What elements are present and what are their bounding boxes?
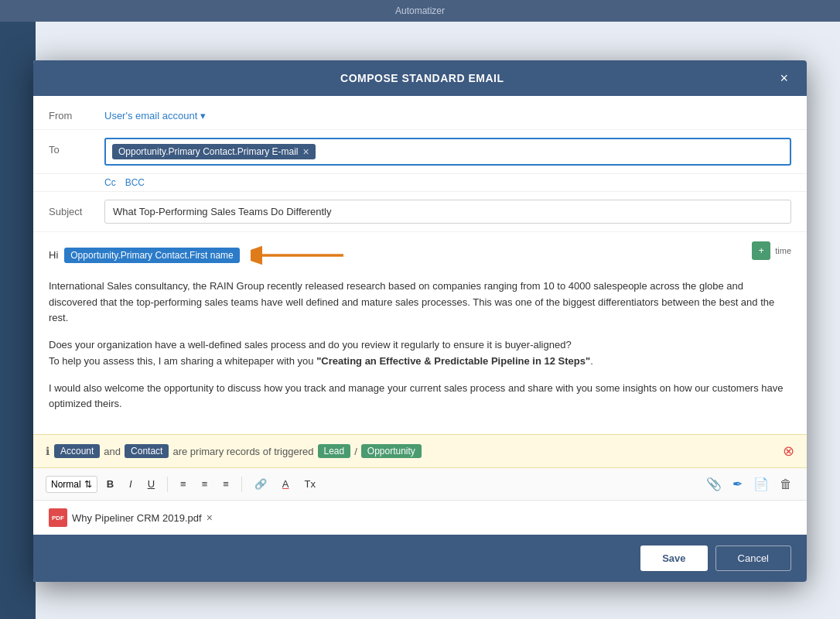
to-tag-close[interactable]: × [303, 146, 309, 157]
to-row: To Opportunity.Primary Contact.Primary E… [33, 130, 807, 174]
font-color-button[interactable]: A [276, 475, 295, 493]
format-label: Normal [51, 479, 81, 490]
badge-contact: Contact [125, 444, 169, 458]
link-button[interactable]: 🔗 [248, 475, 273, 493]
save-button[interactable]: Save [640, 545, 707, 571]
from-chevron-icon: ▾ [200, 110, 206, 121]
italic-button[interactable]: I [123, 475, 138, 493]
from-account-link[interactable]: User's email account ▾ [104, 104, 206, 121]
info-slash: / [354, 446, 357, 457]
modal-title: COMPOSE STANDARD EMAIL [67, 72, 777, 84]
to-label: To [49, 138, 95, 156]
modal-header: COMPOSE STANDARD EMAIL × [33, 60, 807, 96]
modal-body: From User's email account ▾ To Opportuni… [33, 96, 807, 435]
bold-button[interactable]: B [101, 475, 120, 493]
font-color-icon: A [282, 478, 289, 490]
close-circle-icon: ⊗ [783, 443, 794, 460]
signature-button[interactable]: ✒ [730, 474, 745, 494]
delete-button[interactable]: 🗑 [777, 475, 794, 494]
from-label: From [49, 104, 95, 121]
paragraph-3: I would also welcome the opportunity to … [49, 381, 791, 413]
email-body-text: International Sales consultancy, the RAI… [49, 279, 791, 413]
format-chevron-icon: ⇅ [84, 479, 92, 490]
from-account-text: User's email account [104, 110, 197, 121]
subject-label: Subject [49, 200, 95, 217]
trash-icon: 🗑 [780, 477, 792, 491]
paperclip-icon: 📎 [706, 477, 722, 491]
arrow-annotation [251, 243, 351, 268]
info-and: and [104, 446, 121, 457]
subject-row: Subject [33, 192, 807, 232]
align-button[interactable]: ≡ [217, 475, 235, 493]
subject-input[interactable] [104, 200, 791, 224]
attach-button[interactable]: 📎 [704, 474, 724, 494]
from-value: User's email account ▾ [104, 104, 791, 121]
link-icon: 🔗 [254, 478, 267, 490]
hi-variable-tag[interactable]: Opportunity.Primary Contact.First name [64, 248, 240, 263]
info-text: Account and Contact are primary records … [54, 444, 778, 458]
compose-email-modal: COMPOSE STANDARD EMAIL × From User's ema… [33, 60, 807, 583]
clear-format-icon: Tx [305, 478, 316, 490]
attachment-remove-button[interactable]: × [207, 511, 213, 524]
toolbar-right-icons: 📎 ✒ 📄 🗑 [704, 474, 794, 494]
arrow-svg [251, 243, 351, 268]
from-row: From User's email account ▾ [33, 96, 807, 130]
paragraph-2: Does your organization have a well-defin… [49, 337, 791, 370]
info-icon: ℹ [46, 445, 50, 457]
cancel-button[interactable]: Cancel [715, 545, 791, 571]
attachment-filename: Why Pipeliner CRM 2019.pdf [72, 512, 202, 524]
info-are: are primary records of triggered [172, 446, 313, 457]
format-select[interactable]: Normal ⇅ [46, 476, 97, 493]
info-close-button[interactable]: ⊗ [783, 443, 794, 460]
cc-link[interactable]: Cc [104, 177, 116, 188]
to-value: Opportunity.Primary Contact.Primary E-ma… [104, 138, 791, 166]
paragraph-1: International Sales consultancy, the RAI… [49, 279, 791, 327]
ordered-list-button[interactable]: ≡ [174, 475, 193, 493]
underline-button[interactable]: U [142, 475, 161, 493]
template-button[interactable]: 📄 [751, 474, 771, 494]
bcc-link[interactable]: BCC [125, 177, 145, 188]
badge-lead: Lead [318, 444, 351, 458]
hi-text: Hi [49, 249, 58, 261]
pen-icon: ✒ [732, 477, 743, 491]
hi-line: Hi Opportunity.Primary Contact.First nam… [49, 243, 791, 268]
clear-format-button[interactable]: Tx [299, 475, 322, 493]
to-tag: Opportunity.Primary Contact.Primary E-ma… [112, 144, 316, 159]
to-tag-text: Opportunity.Primary Contact.Primary E-ma… [118, 146, 299, 157]
pdf-icon: PDF [49, 508, 67, 527]
modal-backdrop: COMPOSE STANDARD EMAIL × From User's ema… [0, 0, 840, 619]
toolbar-separator-1 [167, 477, 168, 492]
to-input[interactable]: Opportunity.Primary Contact.Primary E-ma… [104, 138, 791, 166]
unordered-list-button[interactable]: ≡ [196, 475, 214, 493]
email-body-area: + time Hi Opportunity.Primary Contact.Fi… [33, 232, 807, 435]
unordered-list-icon: ≡ [202, 478, 208, 490]
align-icon: ≡ [223, 478, 229, 490]
badge-opportunity: Opportunity [361, 444, 422, 458]
info-bar: ℹ Account and Contact are primary record… [33, 434, 807, 468]
ordered-list-icon: ≡ [180, 478, 186, 490]
toolbar-separator-2 [241, 477, 242, 492]
document-icon: 📄 [753, 477, 769, 491]
subject-value [104, 200, 791, 224]
cc-bcc-row: Cc BCC [33, 174, 807, 192]
attachment-row: PDF Why Pipeliner CRM 2019.pdf × [33, 501, 807, 535]
modal-close-button[interactable]: × [777, 71, 791, 85]
modal-footer: Save Cancel [33, 535, 807, 582]
format-toolbar: Normal ⇅ B I U ≡ ≡ ≡ 🔗 [33, 468, 807, 501]
badge-account: Account [54, 444, 100, 458]
